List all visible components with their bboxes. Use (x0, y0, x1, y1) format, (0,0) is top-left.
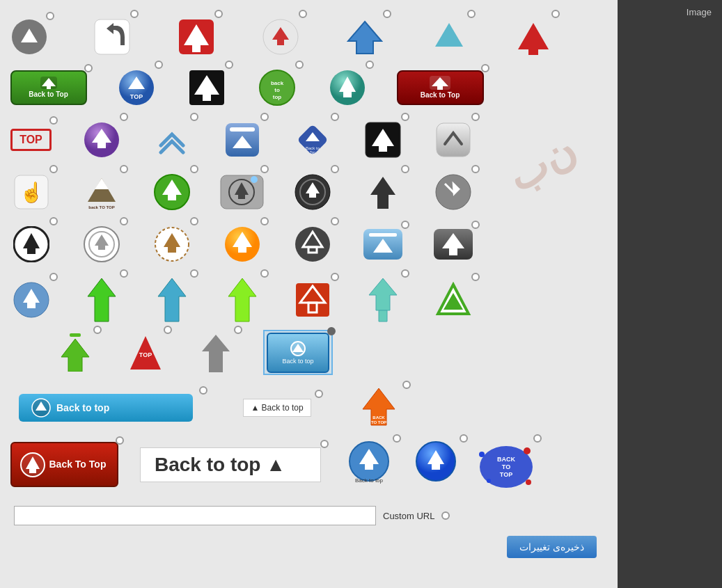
radio-19[interactable] (401, 113, 409, 121)
orange-arrow-top[interactable]: BACK TO TOP (351, 385, 407, 430)
radio-34[interactable] (471, 221, 480, 229)
radio-42[interactable] (93, 326, 102, 334)
icon-circle-red-arrow[interactable] (258, 14, 303, 59)
icon-gray-block-arrow[interactable] (193, 330, 238, 375)
radio-26[interactable] (401, 165, 409, 173)
radio-6[interactable] (467, 10, 476, 18)
icon-blue-hollow-arrow[interactable] (342, 14, 387, 59)
icon-green-circle-arrow[interactable] (149, 169, 194, 214)
radio-46[interactable] (199, 386, 207, 395)
back-to-top-blue-btn[interactable]: Back to top (8, 390, 203, 425)
icon-black-circle-arrow[interactable] (290, 169, 335, 214)
radio-52[interactable] (460, 434, 468, 443)
radio-33[interactable] (401, 221, 409, 229)
icon-mountain-top[interactable]: back TO TOP (79, 169, 124, 214)
radio-38[interactable] (260, 269, 269, 278)
radio-51[interactable] (393, 434, 401, 443)
icon-green-back-btn[interactable]: Back to Top (8, 68, 88, 106)
radio-30[interactable] (190, 217, 198, 225)
radio-4[interactable] (299, 10, 307, 18)
icon-teal-triangle[interactable] (426, 14, 471, 59)
custom-url-input[interactable] (14, 506, 376, 525)
radio-32[interactable] (331, 217, 339, 225)
icon-red-triangle-top[interactable]: TOP (123, 330, 168, 375)
radio-40[interactable] (401, 269, 409, 278)
radio-12[interactable] (366, 61, 374, 69)
icon-gray-rounded-btn[interactable] (430, 117, 476, 162)
icon-top-red-badge[interactable]: TOP (8, 120, 54, 159)
radio-5[interactable] (383, 10, 391, 18)
icon-red-square-arrow[interactable] (173, 14, 219, 59)
radio-53[interactable] (533, 434, 542, 443)
icon-small-blue-circle[interactable] (8, 277, 54, 322)
radio-44[interactable] (234, 326, 242, 334)
radio-45[interactable] (327, 327, 336, 335)
radio-1[interactable] (46, 12, 54, 20)
radio-31[interactable] (260, 217, 269, 225)
icon-selected-blue-btn[interactable]: Back to top (263, 330, 333, 375)
icon-purple-circle[interactable] (79, 117, 124, 162)
icon-teal-3d-circle[interactable] (324, 65, 370, 110)
icon-green-3d-arrow[interactable] (79, 273, 124, 326)
radio-49[interactable] (116, 436, 124, 445)
back-to-top-large-text[interactable]: Back to top ▲ (136, 444, 324, 486)
radio-20[interactable] (471, 113, 480, 121)
icon-hand[interactable]: ☝ (8, 169, 54, 214)
radio-43[interactable] (164, 326, 172, 334)
icon-red-outline-square[interactable] (290, 277, 335, 322)
radio-22[interactable] (120, 165, 128, 173)
icon-dotted-circle-brown[interactable] (149, 221, 194, 267)
radio-36[interactable] (120, 269, 128, 278)
icon-dark-circle-outline[interactable] (290, 221, 335, 267)
radio-21[interactable] (49, 165, 58, 173)
radio-39[interactable] (331, 273, 339, 281)
radio-3[interactable] (214, 10, 223, 18)
save-button[interactable]: ذخیره‌ی تغییرات (507, 536, 597, 558)
icon-blue-circle-arrow-v2[interactable]: Back to top (341, 438, 397, 491)
icon-bright-green-arrow[interactable] (219, 273, 265, 326)
radio-8[interactable] (84, 64, 93, 72)
icon-blue-circle-top[interactable]: TOP (113, 65, 159, 110)
icon-uturn[interactable] (89, 14, 134, 59)
radio-9[interactable] (155, 61, 163, 69)
icon-green-badge-top[interactable]: back to top (254, 65, 299, 110)
radio-11[interactable] (295, 61, 304, 69)
icon-gray-rect-circle[interactable] (219, 169, 265, 214)
radio-29[interactable] (120, 217, 128, 225)
icon-black-white-square[interactable] (360, 117, 405, 162)
icon-double-chevron[interactable] (149, 117, 194, 162)
icon-orange-circle-arrow[interactable] (219, 221, 265, 267)
icon-white-outline-circle[interactable] (79, 221, 124, 267)
radio-18[interactable] (331, 113, 339, 121)
radio-47[interactable] (315, 390, 323, 398)
radio-35[interactable] (49, 273, 58, 281)
radio-37[interactable] (190, 269, 198, 278)
radio-24[interactable] (260, 165, 269, 173)
icon-plain-dark-arrow[interactable] (360, 169, 405, 214)
radio-7[interactable] (551, 10, 560, 18)
radio-48[interactable] (402, 381, 411, 389)
icon-blue-splatter[interactable]: BACK TO TOP (475, 438, 537, 491)
radio-23[interactable] (190, 165, 198, 173)
radio-50[interactable] (320, 440, 329, 448)
icon-black-square-arrow[interactable] (184, 65, 229, 110)
icon-teal-layered[interactable] (360, 273, 405, 326)
icon-green-triangle-outline[interactable] (430, 277, 476, 322)
icon-blue-bar-arrow[interactable] (219, 117, 265, 162)
icon-blue-rounded-bar[interactable] (360, 225, 405, 263)
radio-2[interactable] (130, 10, 139, 18)
radio-25[interactable] (331, 165, 339, 173)
icon-diamond-blue[interactable]: Back to Top (290, 117, 335, 162)
icon-green-small-arrow[interactable] (52, 330, 97, 375)
radio-17[interactable] (260, 113, 269, 121)
icon-dark-gray-rect-arrow[interactable] (430, 225, 476, 263)
icon-dark-red-button[interactable]: Back to Top (395, 68, 485, 106)
radio-13[interactable] (481, 64, 489, 72)
icon-black-outline-circle[interactable] (8, 221, 54, 267)
blue-back-btn[interactable]: Back to top (19, 394, 193, 422)
icon-dark-red-triangle[interactable] (510, 14, 556, 59)
radio-15[interactable] (120, 113, 128, 121)
radio-10[interactable] (225, 61, 233, 69)
radio-41[interactable] (471, 273, 480, 281)
custom-url-radio[interactable] (441, 511, 450, 520)
